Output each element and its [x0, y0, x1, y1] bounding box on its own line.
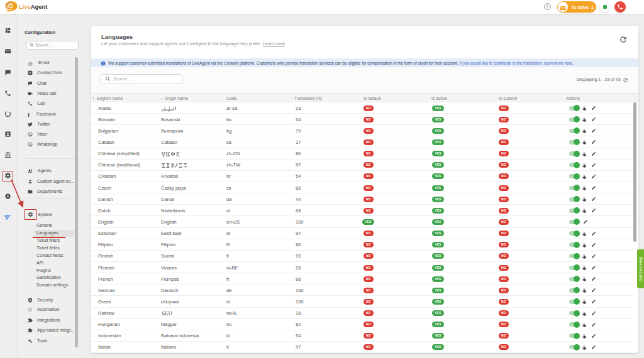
svg-text:@: @ — [6, 2, 14, 11]
